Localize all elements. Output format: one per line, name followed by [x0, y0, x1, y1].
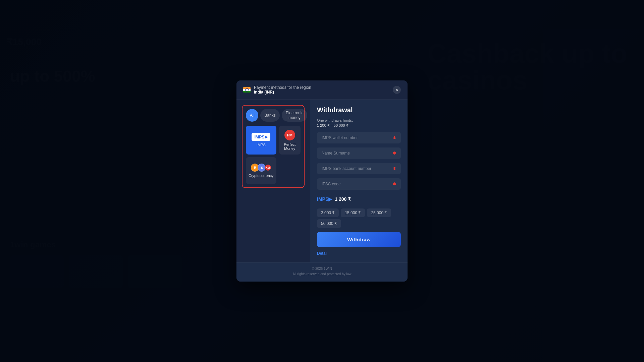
quick-amount-btn-3[interactable]: 25 000 ₹: [367, 208, 391, 217]
imps-logo: IMPS ▶: [249, 133, 274, 141]
modal-footer: © 2025 1WIN All rights reserved and prot…: [236, 262, 408, 282]
withdrawal-limits: One withdrawal limits: 1 200 ₹ – 50 000 …: [317, 118, 401, 128]
quick-amount-btn-2[interactable]: 15 000 ₹: [341, 208, 365, 217]
filter-tab-all[interactable]: All: [246, 109, 258, 122]
ifsc-field[interactable]: IFSC code ✱: [317, 178, 401, 190]
wallet-field[interactable]: IMPS wallet number ✱: [317, 132, 401, 143]
india-flag-icon: [243, 87, 251, 93]
crypto-logo: ₿ Ξ +18: [249, 164, 274, 172]
modal-container: Payment methods for the region India (IN…: [236, 80, 408, 282]
crypto-count-badge: +18: [265, 165, 271, 171]
payment-item-crypto[interactable]: ₿ Ξ +18 Cryptocurrency: [246, 157, 276, 184]
quick-amounts: 3 000 ₹ 15 000 ₹ 25 000 ₹ 50 000 ₹: [317, 208, 401, 228]
name-field[interactable]: Name Surname ✱: [317, 147, 401, 159]
amount-section: IMPS▶ 1 200 ₹: [317, 194, 401, 204]
imps-logo-badge: IMPS ▶: [252, 133, 270, 141]
modal-header-text: Payment methods for the region India (IN…: [254, 85, 311, 95]
amount-value: 1 200 ₹: [335, 196, 351, 202]
filter-tab-banks[interactable]: Banks: [260, 109, 279, 122]
payment-methods-grid: IMPS ▶ IMPS PM Perfect Money: [246, 126, 301, 184]
perfect-money-logo: PM: [282, 130, 298, 140]
eth-icon: Ξ: [258, 164, 266, 172]
modal-header: Payment methods for the region India (IN…: [236, 80, 408, 100]
modal-body: All Banks Electronic money IMPS ▶: [236, 100, 408, 263]
quick-amount-btn-4[interactable]: 50 000 ₹: [317, 219, 341, 228]
perfect-money-label: Perfect Money: [282, 142, 298, 150]
modal-close-button[interactable]: ×: [393, 86, 401, 94]
withdrawal-title: Withdrawal: [317, 106, 401, 114]
payment-item-imps[interactable]: IMPS ▶ IMPS: [246, 126, 276, 155]
imps-label: IMPS: [257, 143, 266, 147]
payment-item-perfect-money[interactable]: PM Perfect Money: [279, 126, 301, 155]
footer-copyright: © 2025 1WIN All rights reserved and prot…: [243, 266, 401, 277]
withdrawal-panel: Withdrawal One withdrawal limits: 1 200 …: [310, 100, 408, 263]
withdraw-button[interactable]: Withdraw: [317, 232, 401, 247]
imps-amount-logo: IMPS▶: [317, 196, 332, 202]
modal-backdrop: Payment methods for the region India (IN…: [0, 0, 644, 362]
crypto-label: Cryptocurrency: [249, 174, 274, 178]
account-field[interactable]: IMPS bank account number ✱: [317, 163, 401, 174]
payment-panel: All Banks Electronic money IMPS ▶: [236, 100, 310, 263]
quick-amount-btn-1[interactable]: 3 000 ₹: [317, 208, 339, 217]
payment-selection-highlight: All Banks Electronic money IMPS ▶: [242, 105, 305, 188]
filter-tabs: All Banks Electronic money: [246, 109, 301, 122]
filter-tab-electronic[interactable]: Electronic money: [282, 109, 308, 122]
detail-link[interactable]: Detail: [317, 251, 401, 256]
